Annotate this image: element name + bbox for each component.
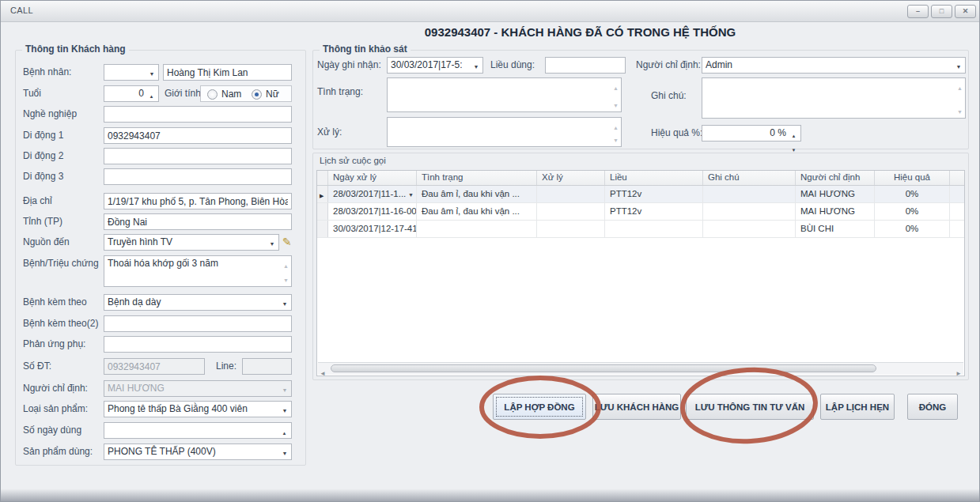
- patient-code-combobox[interactable]: [104, 64, 159, 81]
- notes-textarea[interactable]: [702, 78, 965, 118]
- radio-nu[interactable]: Nữ: [252, 89, 279, 100]
- age-stepper[interactable]: 0: [104, 85, 159, 102]
- label-so-ngay-dung: Số ngày dùng: [23, 422, 81, 439]
- chevron-down-icon[interactable]: [279, 295, 290, 310]
- label-hieu-qua: Hiệu quả %:: [651, 125, 702, 142]
- save-customer-button[interactable]: LƯU KHÁCH HÀNG: [592, 394, 681, 420]
- scroll-right-icon[interactable]: [955, 364, 962, 376]
- cell-date-editor[interactable]: 28/03/2017|11-1...: [328, 186, 417, 202]
- chevron-down-icon[interactable]: [267, 235, 278, 250]
- mobile3-input[interactable]: [104, 168, 292, 185]
- label-di-dong-1: Di động 1: [23, 127, 63, 144]
- grid-header: Ngày xử lý Tình trạng Xử lý Liều Ghi chú…: [317, 171, 964, 186]
- col-xu-ly[interactable]: Xử lý: [537, 171, 605, 185]
- source-combobox[interactable]: Truyền hình TV: [104, 234, 279, 251]
- record-date-combobox[interactable]: 30/03/2017|17-5:: [387, 57, 483, 74]
- chevron-down-icon[interactable]: [408, 189, 414, 198]
- chevron-down-icon[interactable]: [146, 65, 157, 80]
- save-consult-info-button[interactable]: LƯU THÔNG TIN TƯ VẤN: [686, 394, 814, 420]
- label-tinh-trang: Tình trạng:: [317, 84, 363, 100]
- side-effects-input[interactable]: [104, 336, 292, 353]
- chevron-down-icon[interactable]: [279, 444, 290, 459]
- occupation-input[interactable]: [104, 106, 292, 123]
- days-used-stepper[interactable]: [104, 422, 292, 439]
- label-lieu-dung: Liều dùng:: [490, 57, 535, 74]
- spin-up-icon[interactable]: [788, 126, 800, 141]
- label-ghi-chu: Ghi chú:: [651, 88, 687, 104]
- label-nguon-den: Nguồn đến: [23, 234, 70, 251]
- scroll-up-icon[interactable]: [283, 257, 289, 271]
- scroll-down-icon[interactable]: [283, 271, 289, 285]
- label-benh-trieu-chung: Bệnh/Triệu chứng: [23, 255, 99, 272]
- status-textarea[interactable]: [388, 78, 621, 111]
- schedule-appointment-button[interactable]: LẬP LỊCH HẸN: [820, 394, 895, 420]
- gender-radio-group: Nam Nữ: [200, 85, 292, 102]
- assigned-agent-combobox: MAI HƯƠNG: [104, 380, 292, 397]
- call-window: CALL – □ ✕ 0932943407 - KHÁCH HÀNG ĐÃ CÓ…: [0, 0, 980, 502]
- handling-textarea[interactable]: [388, 118, 621, 146]
- spin-up-icon[interactable]: [278, 424, 290, 438]
- mobile1-input[interactable]: [104, 127, 292, 144]
- label-benh-kem-theo-2: Bệnh kèm theo(2): [23, 315, 98, 332]
- mobile2-input[interactable]: [104, 148, 292, 164]
- patient-name-input[interactable]: [163, 64, 292, 81]
- horizontal-scrollbar[interactable]: [318, 362, 963, 375]
- call-history-title: Lịch sử cuộc gọi: [320, 156, 386, 165]
- table-row[interactable]: 28/03/2017|11-16-00 Đau âm ỉ, đau khi vậ…: [317, 203, 964, 221]
- label-ngay-ghi-nhan: Ngày ghi nhận:: [317, 57, 381, 74]
- address-input[interactable]: [104, 193, 292, 209]
- comorbidity-combobox[interactable]: Bệnh dạ dày: [104, 294, 292, 311]
- col-lieu[interactable]: Liều: [605, 171, 703, 185]
- scroll-up-icon[interactable]: [957, 79, 963, 93]
- customer-group-title: Thông tin Khách hàng: [22, 43, 129, 55]
- handling-textarea-wrap: [387, 117, 622, 147]
- scroll-down-icon[interactable]: [957, 103, 963, 117]
- product-type-combobox[interactable]: Phong tê thấp Bà Giằng 400 viên: [104, 401, 292, 417]
- chevron-down-icon[interactable]: [279, 402, 290, 417]
- product-used-combobox[interactable]: PHONG TÊ THẤP (400V): [104, 443, 292, 460]
- spin-up-icon[interactable]: [146, 87, 157, 101]
- table-row[interactable]: 28/03/2017|11-1... Đau âm ỉ, đau khi vận…: [317, 186, 964, 203]
- effectiveness-stepper[interactable]: 0 %: [702, 125, 801, 142]
- call-history-group: Lịch sử cuộc gọi Ngày xử lý Tình trạng X…: [312, 153, 969, 380]
- call-history-grid: Ngày xử lý Tình trạng Xử lý Liều Ghi chú…: [316, 170, 965, 376]
- col-ngay-xu-ly[interactable]: Ngày xử lý: [328, 171, 417, 185]
- maximize-button[interactable]: □: [931, 5, 952, 18]
- survey-group-title: Thông tin khảo sát: [320, 43, 411, 55]
- label-benh-kem-theo: Bệnh kèm theo: [23, 294, 87, 311]
- comorbidity2-input[interactable]: [104, 315, 292, 332]
- col-ghi-chu[interactable]: Ghi chú: [703, 171, 796, 185]
- label-phan-ung-phu: Phản ứng phụ:: [23, 336, 85, 353]
- symptoms-textarea-wrap: Thoái hóa khớp gối 3 năm: [104, 255, 292, 287]
- label-nghe-nghiep: Nghề nghiệp: [23, 106, 77, 123]
- dosage-input[interactable]: [545, 57, 626, 74]
- label-dia-chi: Địa chỉ: [23, 193, 52, 209]
- scroll-down-icon[interactable]: [613, 131, 619, 145]
- label-gioi-tinh: Giới tính:: [165, 85, 203, 102]
- row-indicator-icon: [320, 190, 324, 199]
- survey-agent-combobox[interactable]: Admin: [702, 57, 966, 74]
- col-hieu-qua[interactable]: Hiệu quả: [875, 171, 950, 185]
- notes-textarea-wrap: [702, 77, 966, 119]
- chevron-down-icon[interactable]: [471, 58, 482, 73]
- scroll-down-icon[interactable]: [613, 96, 619, 111]
- col-tinh-trang[interactable]: Tình trạng: [417, 171, 537, 185]
- create-contract-button[interactable]: LẬP HỢP ĐỒNG: [493, 394, 586, 420]
- label-di-dong-3: Di động 3: [23, 168, 63, 185]
- radio-nam[interactable]: Nam: [207, 89, 241, 100]
- label-survey-nguoi-chi-dinh: Người chỉ định:: [636, 57, 701, 74]
- edit-icon[interactable]: [282, 236, 292, 248]
- close-button[interactable]: ✕: [955, 5, 976, 18]
- symptoms-textarea[interactable]: Thoái hóa khớp gối 3 năm: [104, 256, 291, 286]
- scroll-left-icon[interactable]: [320, 364, 326, 376]
- province-input[interactable]: [104, 213, 292, 230]
- label-san-pham-dung: Sản phẩm dùng:: [23, 443, 93, 460]
- scrollbar-thumb[interactable]: [331, 364, 876, 372]
- minimize-button[interactable]: –: [907, 5, 929, 18]
- table-row[interactable]: 30/03/2017|12-17-41 BÙI CHI 0%: [317, 221, 964, 238]
- close-form-button[interactable]: ĐÓNG: [907, 394, 958, 420]
- col-nguoi-chi-dinh[interactable]: Người chỉ định: [796, 171, 875, 185]
- chevron-down-icon[interactable]: [953, 58, 964, 73]
- scroll-up-icon[interactable]: [613, 79, 619, 93]
- label-tinh-tp: Tỉnh (TP): [23, 213, 62, 230]
